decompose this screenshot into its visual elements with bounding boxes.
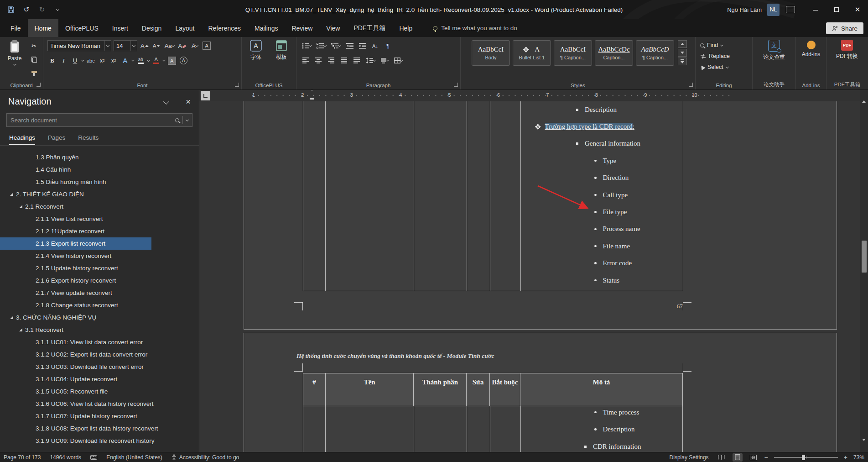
scrollbar-thumb[interactable] bbox=[862, 241, 867, 273]
vertical-scrollbar[interactable] bbox=[860, 90, 868, 452]
nav-tab-results[interactable]: Results bbox=[78, 134, 99, 145]
zoom-out-button[interactable]: − bbox=[764, 454, 768, 461]
nav-item[interactable]: 3.1.9 UC09: Download file reconvert hist… bbox=[0, 435, 199, 447]
align-center-button[interactable] bbox=[314, 55, 323, 66]
nav-item[interactable]: 3.1 Reconvert bbox=[0, 324, 199, 336]
multilevel-list-button[interactable] bbox=[330, 41, 342, 51]
find-button[interactable]: Find bbox=[696, 40, 752, 51]
nav-item[interactable]: 2.1.1 View List reconvert bbox=[0, 213, 199, 225]
format-painter-icon[interactable] bbox=[29, 68, 39, 79]
undo-icon[interactable]: ↺ bbox=[20, 3, 33, 16]
scroll-down-icon[interactable] bbox=[862, 441, 866, 449]
text-effects-dropdown-icon[interactable] bbox=[131, 58, 135, 62]
user-avatar-badge[interactable]: NL bbox=[767, 4, 780, 16]
superscript-button[interactable]: x2 bbox=[109, 55, 119, 66]
search-box[interactable] bbox=[6, 113, 192, 127]
display-settings-button[interactable]: Display Settings bbox=[670, 454, 709, 461]
pdf-convert-button[interactable]: PDF PDF转换 bbox=[832, 40, 862, 60]
phonetic-guide-button[interactable]: Ā bbox=[190, 41, 199, 51]
sort-button[interactable]: A↓ bbox=[370, 41, 380, 51]
tab-review[interactable]: Review bbox=[285, 19, 319, 37]
tab-help[interactable]: Help bbox=[392, 19, 419, 37]
tab-officeplus[interactable]: OfficePLUS bbox=[58, 19, 105, 37]
print-layout-button[interactable] bbox=[733, 453, 743, 462]
accessibility-indicator[interactable]: Accessibility: Good to go bbox=[172, 454, 239, 461]
doc-bullet-item[interactable]: General information bbox=[576, 139, 640, 148]
nav-item[interactable]: 1.5 Điều hướng màn hình bbox=[0, 176, 199, 188]
page-indicator[interactable]: Page 70 of 173 bbox=[4, 454, 41, 461]
nav-tab-headings[interactable]: Headings bbox=[9, 134, 35, 145]
ribbon-display-options-icon[interactable] bbox=[786, 6, 795, 13]
nav-tab-pages[interactable]: Pages bbox=[48, 134, 65, 145]
show-paragraph-marks-button[interactable]: ¶ bbox=[383, 41, 393, 51]
nav-item[interactable]: 2.1.6 Export history reconvert bbox=[0, 274, 199, 287]
nav-item[interactable]: 2.1.8 Change status reconvert bbox=[0, 299, 199, 311]
document-page-2[interactable]: Hệ thống tính cước chuyển vùng và thanh … bbox=[244, 333, 837, 452]
document-page-1[interactable]: 67 DescriptionTrường hợp type là CDR rec… bbox=[244, 101, 837, 330]
user-name[interactable]: Ngô Hải Lâm bbox=[727, 6, 762, 13]
style-card[interactable]: AaBbCcI¶ Caption... bbox=[554, 40, 592, 66]
font-size-dropdown-icon[interactable] bbox=[130, 41, 137, 51]
styles-scroll-up-icon[interactable] bbox=[678, 40, 687, 48]
font-color-dropdown-icon[interactable] bbox=[162, 58, 166, 62]
font-name-combo[interactable]: Times New Roman bbox=[47, 40, 111, 51]
cut-icon[interactable]: ✂ bbox=[29, 41, 39, 51]
nav-item[interactable]: 3.1.5 UC05: Reconvert file bbox=[0, 385, 199, 398]
paste-dropdown-icon[interactable] bbox=[13, 63, 16, 66]
scroll-up-icon[interactable] bbox=[862, 93, 866, 101]
expand-arrow-icon[interactable] bbox=[10, 316, 13, 319]
tell-me-box[interactable]: Tell me what you want to do bbox=[433, 19, 517, 37]
tab-view[interactable]: View bbox=[319, 19, 347, 37]
style-card[interactable]: AaBbCcIBody bbox=[472, 40, 510, 66]
paragraph-dialog-launcher[interactable] bbox=[454, 83, 458, 87]
bullets-button[interactable] bbox=[301, 41, 312, 51]
underline-dropdown-icon[interactable] bbox=[81, 58, 84, 62]
nav-item[interactable]: 1.4 Cấu hình bbox=[0, 163, 199, 176]
strikethrough-button[interactable]: abc bbox=[86, 55, 96, 66]
increase-indent-button[interactable] bbox=[358, 41, 367, 51]
paper-check-button[interactable]: 文 论文查重 bbox=[756, 40, 792, 61]
nav-item[interactable]: 3.1.6 UC06: View list data history recon… bbox=[0, 398, 199, 410]
zoom-slider-thumb[interactable] bbox=[802, 455, 805, 460]
highlight-color-button[interactable]: ab bbox=[136, 55, 146, 66]
character-border-button[interactable]: A bbox=[202, 41, 212, 51]
styles-dialog-launcher[interactable] bbox=[689, 83, 693, 87]
zoom-level[interactable]: 73% bbox=[853, 454, 864, 461]
italic-button[interactable]: I bbox=[59, 55, 68, 66]
tab-file[interactable]: File bbox=[4, 19, 28, 37]
character-shading-button[interactable]: A bbox=[167, 55, 177, 66]
clipboard-dialog-launcher[interactable] bbox=[36, 83, 41, 87]
tab-layout[interactable]: Layout bbox=[168, 19, 201, 37]
tab-mailings[interactable]: Mailings bbox=[248, 19, 285, 37]
styles-scroll-down-icon[interactable] bbox=[678, 49, 687, 57]
doc-bullet-item[interactable]: Error code bbox=[594, 259, 632, 268]
word-count[interactable]: 14964 words bbox=[50, 454, 81, 461]
font-color-button[interactable]: A bbox=[151, 55, 161, 66]
nav-item[interactable]: 3.1.1 UC01: View list data convert error bbox=[0, 336, 199, 348]
style-card[interactable]: AaBbCcDcCaption... bbox=[595, 40, 633, 66]
language-indicator[interactable]: English (United States) bbox=[106, 454, 162, 461]
doc-bullet-item[interactable]: Call type bbox=[594, 190, 628, 200]
read-mode-button[interactable] bbox=[717, 453, 727, 462]
clear-formatting-button[interactable]: A bbox=[177, 41, 188, 51]
tab-home[interactable]: Home bbox=[28, 19, 58, 37]
styles-more-icon[interactable] bbox=[678, 58, 687, 65]
style-card[interactable]: ABullet List 1 bbox=[513, 40, 551, 66]
nav-item[interactable]: 2.1.5 Update history reconvert bbox=[0, 262, 199, 274]
change-case-button[interactable]: Aa bbox=[164, 41, 175, 51]
navigation-close-icon[interactable]: × bbox=[186, 97, 191, 106]
search-icon[interactable] bbox=[175, 118, 179, 122]
underline-button[interactable]: U bbox=[70, 55, 80, 66]
doc-bullet-item[interactable]: Direction bbox=[594, 173, 629, 183]
doc-bullet-item[interactable]: Description bbox=[576, 105, 617, 114]
tab-design[interactable]: Design bbox=[135, 19, 169, 37]
officeplus-template-button[interactable]: 模板 bbox=[270, 40, 293, 61]
doc-bullet-item[interactable]: Status bbox=[594, 276, 619, 285]
search-options-icon[interactable] bbox=[186, 118, 189, 121]
numbering-button[interactable] bbox=[316, 41, 327, 51]
nav-item[interactable]: 2.1.2 11Update reconvert bbox=[0, 225, 199, 237]
navigation-collapse-icon[interactable] bbox=[163, 99, 169, 105]
borders-button[interactable] bbox=[393, 55, 404, 66]
nav-item[interactable]: 2. THIẾT KẾ GIAO DIỆN bbox=[0, 188, 199, 200]
distribute-text-button[interactable] bbox=[352, 55, 362, 66]
